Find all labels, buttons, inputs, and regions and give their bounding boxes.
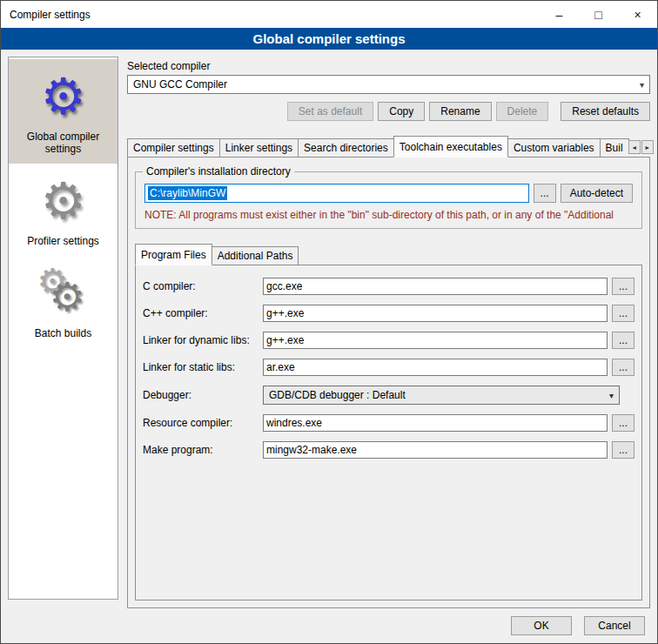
cpp-compiler-browse-button[interactable]: ... bbox=[612, 305, 634, 322]
chevron-down-icon: ▾ bbox=[609, 391, 614, 400]
c-compiler-browse-button[interactable]: ... bbox=[612, 278, 634, 295]
tab-scroll-buttons: ◄ ► bbox=[628, 140, 654, 157]
compiler-buttons-row: Set as default Copy Rename Delete Reset … bbox=[127, 102, 650, 121]
linker-static-input[interactable]: ar.exe bbox=[263, 359, 608, 376]
compiler-settings-window: Compiler settings – □ × Global compiler … bbox=[0, 0, 658, 644]
c-compiler-row: C compiler: gcc.exe ... bbox=[143, 278, 634, 295]
window-controls: – □ × bbox=[540, 1, 657, 28]
tab-build-options[interactable]: Buil bbox=[600, 138, 629, 158]
dialog-content: ⚙ Global compiler settings ⚙ Profiler se… bbox=[1, 50, 657, 608]
installation-directory-legend: Compiler's installation directory bbox=[143, 165, 294, 178]
close-button[interactable]: × bbox=[618, 1, 657, 28]
resource-compiler-row: Resource compiler: windres.exe ... bbox=[143, 414, 634, 432]
linker-static-label: Linker for static libs: bbox=[143, 361, 263, 373]
cpp-compiler-row: C++ compiler: g++.exe ... bbox=[143, 305, 634, 322]
resource-compiler-browse-button[interactable]: ... bbox=[612, 414, 634, 432]
global-compiler-gear-icon: ⚙ bbox=[41, 70, 86, 124]
compiler-select-value: GNU GCC Compiler bbox=[133, 78, 227, 91]
make-program-row: Make program: mingw32-make.exe ... bbox=[143, 441, 634, 459]
sidebar-item-profiler-settings[interactable]: ⚙ Profiler settings bbox=[9, 164, 118, 256]
resource-compiler-input[interactable]: windres.exe bbox=[263, 414, 608, 432]
cancel-button[interactable]: Cancel bbox=[584, 616, 645, 635]
c-compiler-label: C compiler: bbox=[143, 280, 263, 292]
minimize-button[interactable]: – bbox=[540, 1, 579, 28]
tab-program-files[interactable]: Program Files bbox=[135, 244, 212, 265]
installation-directory-row: C:\raylib\MinGW ... Auto-detect bbox=[144, 184, 633, 203]
tab-additional-paths[interactable]: Additional Paths bbox=[212, 246, 299, 265]
set-as-default-button[interactable]: Set as default bbox=[287, 102, 373, 121]
page-title: Global compiler settings bbox=[1, 28, 657, 50]
debugger-row: Debugger: GDB/CDB debugger : Default ▾ bbox=[143, 386, 634, 405]
large-gear-icon: ⚙ bbox=[50, 273, 85, 320]
linker-static-row: Linker for static libs: ar.exe ... bbox=[143, 359, 634, 376]
installation-directory-input[interactable]: C:\raylib\MinGW bbox=[144, 184, 529, 203]
titlebar[interactable]: Compiler settings – □ × bbox=[1, 1, 657, 28]
rename-button[interactable]: Rename bbox=[429, 102, 491, 121]
tab-search-directories[interactable]: Search directories bbox=[298, 138, 394, 158]
cpp-compiler-label: C++ compiler: bbox=[143, 307, 263, 319]
sidebar-item-label: Global compiler settings bbox=[12, 131, 114, 155]
window-title: Compiler settings bbox=[1, 9, 91, 21]
browse-directory-button[interactable]: ... bbox=[534, 184, 556, 203]
installation-directory-group: Compiler's installation directory C:\ray… bbox=[135, 171, 642, 229]
program-files-panel: C compiler: gcc.exe ... C++ compiler: g+… bbox=[135, 265, 642, 600]
reset-defaults-button[interactable]: Reset defaults bbox=[561, 102, 650, 121]
compiler-select[interactable]: GNU GCC Compiler ▾ bbox=[127, 75, 650, 94]
tab-compiler-settings[interactable]: Compiler settings bbox=[127, 138, 220, 158]
linker-dynamic-browse-button[interactable]: ... bbox=[612, 332, 634, 349]
debugger-select[interactable]: GDB/CDB debugger : Default ▾ bbox=[263, 386, 620, 405]
dialog-footer: OK Cancel bbox=[1, 608, 657, 643]
tab-toolchain-executables[interactable]: Toolchain executables bbox=[393, 136, 508, 158]
sidebar-item-batch-builds[interactable]: ⚙ ⚙ Batch builds bbox=[9, 256, 118, 348]
resource-compiler-value: windres.exe bbox=[266, 417, 322, 429]
tab-scroll-left-button[interactable]: ◄ bbox=[628, 140, 641, 154]
sidebar-item-global-compiler-settings[interactable]: ⚙ Global compiler settings bbox=[9, 59, 118, 164]
tab-scroll-right-button[interactable]: ► bbox=[641, 140, 654, 154]
linker-static-browse-button[interactable]: ... bbox=[612, 359, 634, 376]
copy-button[interactable]: Copy bbox=[378, 102, 425, 121]
sidebar-item-label: Batch builds bbox=[35, 327, 91, 339]
category-sidebar: ⚙ Global compiler settings ⚙ Profiler se… bbox=[8, 57, 118, 600]
cpp-compiler-input[interactable]: g++.exe bbox=[263, 305, 608, 322]
programs-subtabbar: Program Files Additional Paths bbox=[135, 243, 642, 265]
profiler-icon: ⚙ bbox=[41, 174, 86, 228]
main-panel: Selected compiler GNU GCC Compiler ▾ Set… bbox=[127, 57, 650, 608]
settings-tabbar: Compiler settings Linker settings Search… bbox=[127, 135, 650, 157]
c-compiler-input[interactable]: gcc.exe bbox=[263, 278, 608, 295]
make-program-input[interactable]: mingw32-make.exe bbox=[263, 441, 608, 459]
linker-dynamic-label: Linker for dynamic libs: bbox=[143, 334, 263, 346]
installation-directory-value: C:\raylib\MinGW bbox=[148, 186, 227, 200]
make-program-value: mingw32-make.exe bbox=[266, 444, 357, 456]
debugger-select-value: GDB/CDB debugger : Default bbox=[269, 389, 406, 401]
selected-compiler-label: Selected compiler bbox=[127, 60, 650, 72]
resource-compiler-label: Resource compiler: bbox=[143, 417, 263, 429]
tab-linker-settings[interactable]: Linker settings bbox=[219, 138, 299, 158]
install-note: NOTE: All programs must exist either in … bbox=[144, 209, 633, 221]
tab-custom-variables[interactable]: Custom variables bbox=[507, 138, 601, 158]
linker-static-value: ar.exe bbox=[266, 361, 295, 373]
auto-detect-button[interactable]: Auto-detect bbox=[561, 184, 633, 203]
ok-button[interactable]: OK bbox=[511, 616, 572, 635]
make-program-browse-button[interactable]: ... bbox=[612, 441, 634, 459]
batch-builds-gears-icon: ⚙ ⚙ bbox=[36, 266, 91, 320]
maximize-button[interactable]: □ bbox=[579, 1, 618, 28]
chevron-down-icon: ▾ bbox=[640, 80, 644, 90]
toolchain-executables-page: Compiler's installation directory C:\ray… bbox=[127, 157, 650, 608]
make-program-label: Make program: bbox=[143, 444, 263, 456]
cpp-compiler-value: g++.exe bbox=[266, 307, 304, 319]
linker-dynamic-input[interactable]: g++.exe bbox=[263, 332, 608, 349]
c-compiler-value: gcc.exe bbox=[266, 280, 302, 292]
sidebar-item-label: Profiler settings bbox=[27, 235, 99, 247]
debugger-label: Debugger: bbox=[143, 389, 263, 401]
delete-button[interactable]: Delete bbox=[496, 102, 549, 121]
linker-dynamic-value: g++.exe bbox=[266, 334, 304, 346]
linker-dynamic-row: Linker for dynamic libs: g++.exe ... bbox=[143, 332, 634, 349]
